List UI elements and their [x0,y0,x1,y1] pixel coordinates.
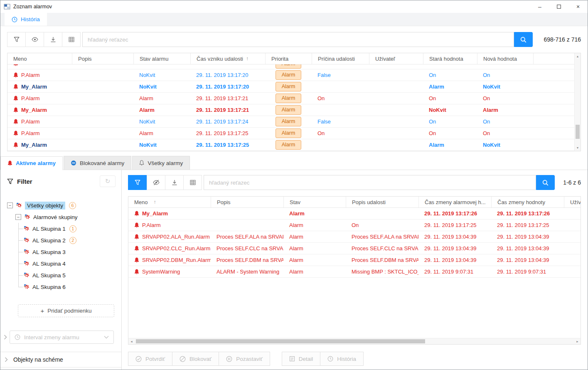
alarm-group-icon [16,202,22,209]
scroll-down-arrow[interactable]: ▼ [575,145,581,151]
scroll-left-arrow[interactable]: ◄ [128,338,135,344]
close-button[interactable]: × [568,0,588,13]
col-stav[interactable]: Stav [283,197,346,207]
priority-badge: Alarm [276,82,301,91]
active-row[interactable]: P.Alarm Alarm On 29. 11. 2019 13:17:25 2… [128,220,581,231]
history-row[interactable]: P.Alarm Alarm 29. 11. 2019 13:17:25 Alar… [7,128,581,139]
maximize-button[interactable] [549,0,568,13]
cell-meno: SRVAPP02.DBM_Run.Alarm [128,257,211,263]
col-cas-zmeny-hodnoty[interactable]: Čas zmeny hodnoty [491,197,564,207]
history-row[interactable]: My_Alarm NoKvit 29. 11. 2019 13:17:25 Al… [7,139,581,151]
tree-item-al-skupina-6[interactable]: AL Skupina 6 [7,281,121,293]
history-row[interactable]: P.Alarm NoKvit 29. 11. 2019 13:17:24 Ala… [7,116,581,128]
tree-connector [15,246,24,258]
history-row-partial[interactable]: Alarm [7,64,581,69]
detail-button[interactable]: Detail [282,352,321,366]
cell-cas-hodnota: 29. 11. 2019 9:07:31 [491,269,564,275]
history-search-input[interactable] [82,32,514,47]
block-button[interactable]: Blokovať [172,352,219,366]
tree-item-al-skupina-3[interactable]: AL Skupina 3 [7,246,121,258]
alarm-bell-icon [134,222,139,228]
visibility-button[interactable] [147,175,165,190]
cell-cas-hodnota: 29. 11. 2019 13:17:26 [491,210,564,217]
col-popis[interactable]: Popis [211,197,283,207]
tree-item-al-skupina-5[interactable]: AL Skupina 5 [7,269,121,281]
tree-item-vsetky-objekty[interactable]: − Všetky objekty 6 [7,200,121,211]
cell-stav: Alarm [283,234,346,240]
chevron-right-icon[interactable] [4,335,7,340]
filter-button-active[interactable] [128,175,147,190]
tab-historia[interactable]: História [5,13,47,26]
col-pricina[interactable]: Príčina udalosti [312,53,369,64]
add-condition-button[interactable]: + Pridať podmienku [18,304,114,317]
history-search-button[interactable] [514,32,533,47]
tab-vsetky-alarmy[interactable]: Všetky alarmy [132,156,190,170]
active-row[interactable]: SRVAPP02.CLC_Run.Alarm Proces SELF.CLC n… [128,243,581,254]
col-cas-vzniku[interactable]: Čas vzniku udalosti↑ [190,53,265,64]
pause-button[interactable]: Pozastaviť [219,352,270,366]
cell-meno: SystemWarning [128,269,211,275]
scroll-right-arrow[interactable]: ► [574,338,581,344]
tree-item-alarmove-skupiny[interactable]: − Alarmové skupiny [7,211,121,223]
col-stav-alarmu[interactable]: Stav alarmu [133,53,190,64]
visibility-button[interactable] [25,32,44,47]
columns-button[interactable] [183,175,202,190]
history-row[interactable]: P.Alarm Alarm 29. 11. 2019 13:17:21 Alar… [7,93,581,104]
pause-circle-icon [226,356,232,362]
active-row[interactable]: My_Alarm Alarm 29. 11. 2019 13:17:26 29.… [128,208,581,220]
alarm-name: P.Alarm [21,130,40,136]
cell-stara: On [423,95,477,101]
cell-priorita: Alarm [265,70,312,80]
col-meno[interactable]: Meno↑ [128,197,211,207]
minimize-button[interactable]: – [530,0,549,13]
col-cas-zmeny-alarmovej[interactable]: Čas zmeny alarmovej h... [418,197,491,207]
active-row[interactable]: SRVAPP02.ALA_Run.Alarm Proces SELF.ALA n… [128,231,581,243]
tab-aktivne-alarmy[interactable]: Aktívne alarmy [0,156,63,170]
collapse-box[interactable]: − [7,202,13,208]
history-row[interactable]: My_Alarm Alarm 29. 11. 2019 13:17:21 Ala… [7,104,581,116]
cell-nova: On [477,130,533,136]
col-stara-hodnota[interactable]: Stará hodnota [423,53,477,64]
col-uzivatel[interactable]: Užíva... [564,197,581,207]
tree-item-al-skupina-2[interactable]: AL Skupina 2 2 [7,234,121,246]
history-button[interactable]: História [320,352,364,366]
active-row[interactable]: SRVAPP02.DBM_Run.Alarm Proces SELF.DBM n… [128,254,581,266]
cell-cas: 29. 11. 2019 13:17:25 [190,130,265,136]
refresh-button[interactable]: ↻ [100,175,116,187]
active-search-button[interactable] [536,175,555,190]
history-row[interactable]: My_Alarm NoKvit 29. 11. 2019 13:17:20 Al… [7,81,581,93]
cell-priorita: Alarm [265,82,312,91]
active-range: 1-6 z 6 [563,179,581,186]
vertical-scrollbar-thumb[interactable] [576,125,580,139]
columns-button[interactable] [62,32,81,47]
alarm-bell-icon [13,64,18,67]
export-button[interactable] [44,32,62,47]
tree-item-al-skupina-1[interactable]: AL Skupina 1 1 [7,223,121,234]
col-priorita[interactable]: Priorita [265,53,312,64]
scroll-up-arrow[interactable]: ▲ [575,53,581,59]
col-meno[interactable]: Meno [7,53,72,64]
horizontal-scrollbar[interactable]: ◄ ► [128,338,581,344]
check-circle-icon [135,356,142,362]
acknowledge-button[interactable]: Potvrdiť [128,352,172,366]
col-popis-udalosti[interactable]: Popis udalosti [346,197,418,207]
sort-asc-icon: ↑ [154,199,156,205]
interval-select[interactable]: Interval zmeny alarmu [10,331,114,344]
col-popis[interactable]: Popis [72,53,133,64]
objects-on-scheme-section[interactable]: Objekty na schéme [0,352,121,368]
col-uzivatel[interactable]: Užívateľ [369,53,423,64]
filter-button[interactable] [7,32,26,47]
active-row[interactable]: SystemWarning ALARM - System Warning Ala… [128,266,581,278]
tree-item-al-skupina-4[interactable]: AL Skupina 4 [7,258,121,269]
horizontal-scrollbar-thumb[interactable] [136,339,425,343]
active-search-input[interactable] [204,175,536,190]
col-nova-hodnota[interactable]: Nová hodnota [477,53,533,64]
tree-connector [15,281,24,293]
collapse-box[interactable]: − [15,214,21,220]
export-button[interactable] [165,175,184,190]
vertical-scrollbar[interactable]: ▲ ▼ [574,53,581,151]
history-row[interactable]: P.Alarm NoKvit 29. 11. 2019 13:17:20 Ala… [7,69,581,81]
filter-icon [14,37,20,42]
cell-cas-alarm: 29. 11. 2019 13:04:39 [418,245,491,252]
tab-blokovane-alarmy[interactable]: Blokované alarmy [64,156,131,170]
